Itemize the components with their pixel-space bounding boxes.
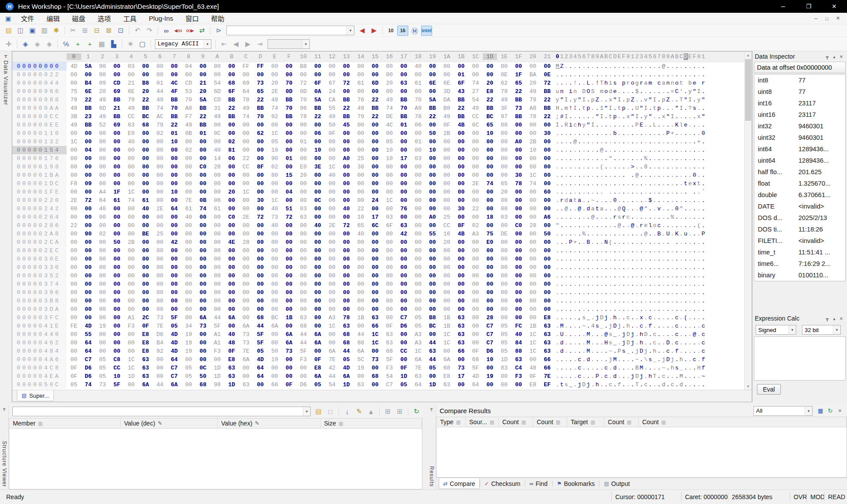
- hex-byte[interactable]: 00: [325, 280, 339, 288]
- hex-byte[interactable]: 00: [95, 238, 110, 246]
- hex-byte[interactable]: E8: [540, 314, 555, 322]
- hex-byte[interactable]: 00: [253, 272, 268, 280]
- hex-byte[interactable]: 00: [239, 71, 253, 79]
- hex-byte[interactable]: 00: [225, 71, 239, 79]
- hex-byte[interactable]: 63: [382, 339, 397, 347]
- hex-byte[interactable]: 1B: [440, 314, 454, 322]
- hex-byte[interactable]: 00: [339, 238, 354, 246]
- hex-byte[interactable]: 00: [468, 314, 483, 322]
- hex-byte[interactable]: 21: [124, 79, 139, 87]
- hex-byte[interactable]: 00: [267, 272, 282, 280]
- hex-byte[interactable]: A0: [425, 213, 440, 221]
- hex-byte[interactable]: 5F: [468, 364, 483, 372]
- hex-byte[interactable]: 50: [196, 372, 211, 381]
- hex-byte[interactable]: 00: [440, 179, 454, 188]
- hex-byte[interactable]: 1B: [526, 322, 540, 330]
- hex-byte[interactable]: 00: [210, 246, 225, 255]
- hex-byte[interactable]: BB: [110, 112, 124, 121]
- hex-byte[interactable]: CD: [210, 96, 225, 104]
- hex-byte[interactable]: 00: [425, 221, 440, 230]
- hex-byte[interactable]: 00: [454, 138, 469, 146]
- hex-byte[interactable]: 03: [124, 62, 139, 71]
- hex-byte[interactable]: 00: [225, 288, 239, 297]
- hex-byte[interactable]: 63: [454, 330, 469, 339]
- hex-byte[interactable]: 42: [397, 230, 411, 238]
- hex-byte[interactable]: 00: [267, 71, 282, 79]
- hex-byte[interactable]: 05: [382, 138, 397, 146]
- hex-byte[interactable]: 00: [253, 297, 268, 305]
- hex-byte[interactable]: BB: [540, 87, 555, 96]
- hex-byte[interactable]: 00: [81, 263, 96, 272]
- ascii-cell[interactable]: .....,s_.jDj.h..c..x.c.....c.(....: [556, 314, 706, 322]
- hex-byte[interactable]: 50: [267, 347, 282, 355]
- hex-byte[interactable]: B4: [81, 79, 96, 87]
- hex-byte[interactable]: 63: [139, 364, 153, 372]
- hex-byte[interactable]: 00: [239, 314, 253, 322]
- hex-byte[interactable]: 00: [526, 62, 540, 71]
- hex-byte[interactable]: 10: [483, 129, 497, 138]
- hex-byte[interactable]: 6D: [210, 87, 225, 96]
- hex-byte[interactable]: 00: [253, 121, 268, 129]
- hex-byte[interactable]: 79: [497, 87, 512, 96]
- hex-byte[interactable]: 00: [239, 196, 253, 205]
- hex-byte[interactable]: 0E: [540, 71, 555, 79]
- hex-byte[interactable]: 00: [325, 71, 339, 79]
- find-next-icon[interactable]: ∞▸: [184, 26, 196, 36]
- hex-byte[interactable]: 80: [267, 171, 282, 179]
- hex-byte[interactable]: 7E: [239, 347, 253, 355]
- hex-byte[interactable]: 00: [167, 179, 182, 188]
- hex-byte[interactable]: 00: [239, 272, 253, 280]
- hex-byte[interactable]: 00: [296, 280, 311, 288]
- hex-byte[interactable]: 00: [468, 272, 483, 280]
- hex-byte[interactable]: 00: [311, 230, 325, 238]
- hex-byte[interactable]: 6F: [225, 87, 239, 96]
- hex-byte[interactable]: 00: [81, 129, 96, 138]
- hex-byte[interactable]: 00: [425, 138, 440, 146]
- hex-byte[interactable]: 10: [526, 146, 540, 154]
- menu-item-0[interactable]: 文件: [15, 13, 40, 24]
- hex-byte[interactable]: 00: [540, 146, 555, 154]
- hex-byte[interactable]: 30: [454, 205, 469, 213]
- hex-byte[interactable]: 00: [325, 263, 339, 272]
- hex-byte[interactable]: 00: [368, 238, 383, 246]
- hex-byte[interactable]: 00: [411, 230, 425, 238]
- hex-byte[interactable]: 00: [196, 246, 211, 255]
- hex-byte[interactable]: 00: [67, 263, 81, 272]
- hex-byte[interactable]: 00: [67, 213, 81, 221]
- hex-byte[interactable]: 1C: [382, 196, 397, 205]
- hex-byte[interactable]: 00: [296, 297, 311, 305]
- hex-byte[interactable]: 00: [454, 288, 469, 297]
- hex-byte[interactable]: 00: [354, 372, 368, 381]
- hex-byte[interactable]: 44: [354, 330, 368, 339]
- hex-byte[interactable]: 63: [139, 355, 153, 364]
- hex-byte[interactable]: E8: [225, 355, 239, 364]
- hex-byte[interactable]: 00: [267, 372, 282, 381]
- hex-byte[interactable]: 01: [397, 121, 411, 129]
- hex-byte[interactable]: 79: [124, 96, 139, 104]
- hex-byte[interactable]: 00: [67, 163, 81, 171]
- ascii-cell[interactable]: .....c...P.c.d...jDj.hT.c...M....~: [556, 372, 706, 381]
- mdi-restore-button[interactable]: □: [821, 14, 832, 23]
- hex-byte[interactable]: 00: [196, 305, 211, 314]
- hex-byte[interactable]: 00: [526, 196, 540, 205]
- hex-byte[interactable]: 49: [354, 104, 368, 112]
- hex-byte[interactable]: 10: [483, 355, 497, 364]
- hex-byte[interactable]: 00: [454, 179, 469, 188]
- hex-byte[interactable]: 73: [95, 381, 110, 389]
- hex-byte[interactable]: 00: [267, 188, 282, 196]
- hex-byte[interactable]: 63: [540, 330, 555, 339]
- hex-byte[interactable]: 00: [512, 121, 526, 129]
- hex-byte[interactable]: 00: [110, 330, 124, 339]
- hex-byte[interactable]: 00: [225, 196, 239, 205]
- hex-byte[interactable]: 00: [440, 138, 454, 146]
- hex-byte[interactable]: 00: [181, 171, 196, 179]
- hex-byte[interactable]: 5F: [382, 355, 397, 364]
- hex-byte[interactable]: 00: [296, 263, 311, 272]
- decimal-view-icon[interactable]: 10: [385, 26, 396, 36]
- hex-byte[interactable]: BB: [110, 96, 124, 104]
- hex-byte[interactable]: 00: [267, 230, 282, 238]
- hex-byte[interactable]: 34: [181, 322, 196, 330]
- hex-byte[interactable]: 00: [253, 188, 268, 196]
- hex-byte[interactable]: 00: [425, 121, 440, 129]
- hex-byte[interactable]: 00: [210, 138, 225, 146]
